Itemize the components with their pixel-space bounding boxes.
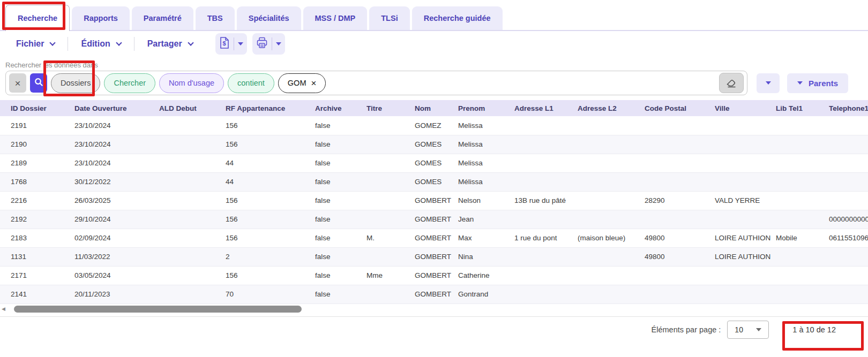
x-icon: ×	[14, 78, 20, 88]
export-invoice-button[interactable]: $	[215, 33, 247, 55]
tab-sp-cialit-s[interactable]: Spécialités	[237, 6, 301, 30]
table-cell: 70	[226, 285, 315, 303]
tab-tbs[interactable]: TBS	[196, 6, 235, 30]
filter-chip-gom[interactable]: GOM×	[278, 73, 326, 93]
table-cell	[776, 116, 829, 135]
table-cell	[645, 154, 715, 172]
erase-criteria-button[interactable]	[719, 73, 744, 93]
items-per-page-select[interactable]: 10	[727, 321, 769, 339]
menu-bar: Fichier Édition Partager $	[0, 31, 868, 57]
table-row[interactable]: 219229/10/2024156falseGOMBERTJean0000000…	[0, 210, 868, 229]
column-header-rf-appartenance[interactable]: RF Appartenance	[226, 100, 315, 116]
column-header-nom[interactable]: Nom	[415, 100, 458, 116]
tab-recherche-guid-e[interactable]: Recherche guidée	[412, 6, 503, 30]
column-header-date-ouverture[interactable]: Date Ouverture	[74, 100, 159, 116]
items-per-page-value: 10	[735, 325, 743, 334]
clear-search-button[interactable]: ×	[9, 73, 26, 93]
table-cell: VALD YERRE	[715, 191, 776, 210]
menu-partager[interactable]: Partager	[147, 39, 193, 49]
menu-edition[interactable]: Édition	[81, 39, 121, 49]
table-cell	[514, 116, 578, 135]
table-cell: Melissa	[458, 116, 514, 135]
chevron-down-icon[interactable]	[238, 42, 243, 45]
chevron-down-icon	[766, 81, 771, 85]
tab-rapports[interactable]: Rapports	[72, 6, 130, 30]
table-cell	[159, 191, 226, 210]
table-cell: 2190	[0, 135, 74, 154]
menu-fichier[interactable]: Fichier	[16, 39, 55, 49]
table-cell: false	[315, 210, 366, 229]
table-cell	[366, 154, 415, 172]
column-header-titre[interactable]: Titre	[366, 100, 415, 116]
table-row[interactable]: 176830/12/202244falseGOMESMélissa	[0, 172, 868, 191]
column-header-lib-tel1[interactable]: Lib Tel1	[776, 100, 829, 116]
table-cell: 03/05/2024	[74, 266, 159, 285]
column-header-code-postal[interactable]: Code Postal	[645, 100, 715, 116]
table-cell	[578, 116, 645, 135]
table-cell	[514, 247, 578, 266]
table-cell: GOMBERT	[415, 285, 458, 303]
toolbar: $	[215, 33, 285, 55]
table-cell	[514, 172, 578, 191]
table-cell	[829, 266, 868, 285]
table-cell: 156	[226, 266, 315, 285]
remove-chip-icon[interactable]: ×	[311, 79, 316, 88]
table-cell: (maison bleue)	[578, 229, 645, 247]
table-cell	[776, 154, 829, 172]
column-header-telephone1[interactable]: Telephone1	[829, 100, 868, 116]
table-row[interactable]: 219123/10/2024156falseGOMEZMelissa	[0, 116, 868, 135]
table-cell	[159, 285, 226, 303]
table-cell	[159, 116, 226, 135]
column-header-archive[interactable]: Archive	[315, 100, 366, 116]
table-cell	[159, 154, 226, 172]
table-cell: Jean	[458, 210, 514, 229]
table-cell: Melissa	[458, 135, 514, 154]
table-row[interactable]: 219023/10/2024156falseGOMESMelissa	[0, 135, 868, 154]
parents-button[interactable]: Parents	[787, 73, 848, 93]
search-input[interactable]: × DossiersChercherNom d'usagecontientGOM…	[5, 71, 747, 95]
tab-bar: RechercheRapportsParamétréTBSSpécialités…	[0, 0, 868, 31]
table-row[interactable]: 218302/09/2024156falseM.GOMBERTMax1 rue …	[0, 229, 868, 247]
chevron-down-icon	[188, 40, 193, 45]
column-header-adresse-l1[interactable]: Adresse L1	[514, 100, 578, 116]
results-table: ID DossierDate OuvertureALD DebutRF Appa…	[0, 100, 868, 304]
table-cell	[715, 135, 776, 154]
table-row[interactable]: 221626/03/2025156falseGOMBERTNelson13B r…	[0, 191, 868, 210]
table-cell	[578, 247, 645, 266]
print-button[interactable]	[252, 33, 285, 55]
search-button[interactable]	[30, 73, 47, 93]
table-cell	[715, 266, 776, 285]
scrollbar-thumb[interactable]	[14, 306, 302, 313]
filter-chip-nom-d-usage[interactable]: Nom d'usage	[159, 73, 224, 93]
column-header-adresse-l2[interactable]: Adresse L2	[578, 100, 645, 116]
scroll-left-arrow-icon[interactable]: ◀	[2, 306, 5, 312]
filter-chip-dossiers[interactable]: Dossiers	[51, 73, 100, 93]
tab-mss-dmp[interactable]: MSS / DMP	[303, 6, 368, 30]
table-cell: 23/10/2024	[74, 116, 159, 135]
menu-partager-label: Partager	[147, 39, 182, 49]
table-cell	[715, 172, 776, 191]
column-header-ville[interactable]: Ville	[715, 100, 776, 116]
table-cell	[829, 191, 868, 210]
column-header-prenom[interactable]: Prenom	[458, 100, 514, 116]
tab-recherche[interactable]: Recherche	[5, 5, 70, 31]
filter-chip-contient[interactable]: contient	[228, 73, 274, 93]
filter-chip-chercher[interactable]: Chercher	[104, 73, 155, 93]
table-cell	[366, 172, 415, 191]
chevron-down-icon[interactable]	[276, 42, 281, 45]
table-cell: Mobile	[776, 229, 829, 247]
tab-tlsi[interactable]: TLSi	[369, 6, 409, 30]
table-row[interactable]: 217103/05/2024156falseMmeGOMBERTCatherin…	[0, 266, 868, 285]
table-cell	[159, 266, 226, 285]
table-cell	[514, 210, 578, 229]
column-header-ald-debut[interactable]: ALD Debut	[159, 100, 226, 116]
search-options-dropdown[interactable]	[757, 73, 780, 93]
table-cell: 49800	[645, 247, 715, 266]
table-row[interactable]: 214120/11/202370falseGOMBERTGontrand	[0, 285, 868, 303]
column-header-id-dossier[interactable]: ID Dossier	[0, 100, 74, 116]
table-cell	[578, 285, 645, 303]
table-row[interactable]: 113111/03/20222falseGOMBERTNina49800LOIR…	[0, 247, 868, 266]
table-cell: Catherine	[458, 266, 514, 285]
table-row[interactable]: 218923/10/202444falseGOMESMelissa	[0, 154, 868, 172]
tab-param-tr[interactable]: Paramétré	[132, 6, 193, 30]
